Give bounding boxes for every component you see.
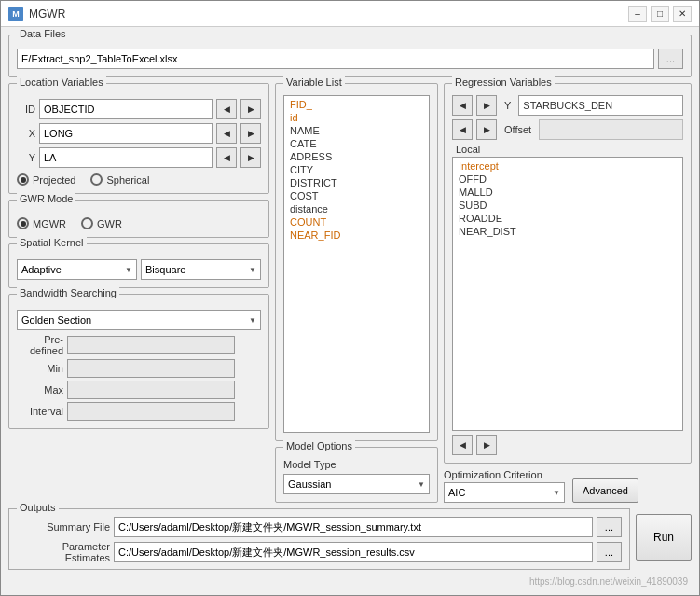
close-button[interactable]: ✕ bbox=[673, 6, 692, 22]
list-item[interactable]: NEAR_FID bbox=[288, 229, 425, 242]
y-row: Y ◀ ▶ bbox=[17, 147, 261, 168]
advanced-button[interactable]: Advanced bbox=[572, 478, 638, 503]
summary-browse-button[interactable]: ... bbox=[597, 517, 622, 537]
bandwidth-dropdown-row: Golden Section ▼ bbox=[17, 310, 261, 330]
kernel-func-value: Bisquare bbox=[145, 264, 185, 275]
predefined-label-row: Pre-defined bbox=[17, 334, 261, 356]
spatial-kernel-dropdowns: Adaptive ▼ Bisquare ▼ bbox=[17, 259, 261, 280]
max-input[interactable] bbox=[67, 381, 235, 399]
list-item[interactable]: NAME bbox=[288, 124, 425, 137]
y-input[interactable] bbox=[39, 147, 213, 168]
summary-file-input[interactable] bbox=[114, 517, 593, 537]
reg-item[interactable]: NEAR_DIST bbox=[457, 225, 679, 238]
y-reg-input[interactable] bbox=[518, 95, 683, 116]
param-estimates-label: Parameter Estimates bbox=[17, 541, 110, 563]
kernel-func-dropdown[interactable]: Bisquare ▼ bbox=[141, 259, 261, 280]
reg-list-next-button[interactable]: ▶ bbox=[476, 435, 497, 455]
list-item[interactable]: COUNT bbox=[288, 215, 425, 229]
x-label: X bbox=[17, 128, 35, 139]
mgwr-radio[interactable]: MGWR bbox=[17, 217, 66, 229]
bandwidth-method-dropdown[interactable]: Golden Section ▼ bbox=[17, 310, 261, 330]
y-reg-prev-button[interactable]: ◀ bbox=[452, 95, 473, 116]
reg-item[interactable]: Intercept bbox=[457, 159, 679, 173]
y-reg-next-button[interactable]: ▶ bbox=[476, 95, 497, 116]
outputs-label: Outputs bbox=[17, 502, 59, 513]
right-panel: Regression Variables ◀ ▶ Y ◀ ▶ Offset Lo… bbox=[444, 83, 692, 503]
list-item[interactable]: id bbox=[288, 111, 425, 124]
optimization-section: Optimization Criterion AIC ▼ Advanced bbox=[444, 469, 692, 503]
id-input[interactable] bbox=[39, 99, 213, 119]
optimization-dropdown[interactable]: AIC ▼ bbox=[444, 482, 565, 503]
gwr-radio-circle bbox=[81, 217, 93, 229]
param-browse-button[interactable]: ... bbox=[597, 542, 622, 562]
list-item[interactable]: FID_ bbox=[288, 98, 425, 111]
spatial-kernel-label: Spatial Kernel bbox=[17, 237, 87, 248]
offset-row: ◀ ▶ Offset bbox=[452, 119, 683, 140]
id-next-button[interactable]: ▶ bbox=[240, 99, 261, 119]
y-next-button[interactable]: ▶ bbox=[240, 147, 261, 168]
middle-panel: Variable List FID_ id NAME CATE ADRESS C… bbox=[275, 83, 438, 503]
offset-next-button[interactable]: ▶ bbox=[476, 119, 497, 140]
reg-item[interactable]: SUBD bbox=[457, 199, 679, 212]
left-panel: Location Variables ID ◀ ▶ X ◀ ▶ Y bbox=[8, 83, 269, 503]
min-row: Min bbox=[17, 359, 261, 378]
reg-item[interactable]: OFFD bbox=[457, 173, 679, 186]
projected-radio[interactable]: Projected bbox=[17, 173, 75, 186]
predefined-input[interactable] bbox=[67, 336, 235, 354]
maximize-button[interactable]: □ bbox=[651, 6, 669, 22]
model-type-dropdown[interactable]: Gaussian ▼ bbox=[283, 474, 430, 494]
model-type-arrow-icon: ▼ bbox=[418, 480, 425, 489]
y-label: Y bbox=[17, 152, 35, 163]
bandwidth-searching-label: Bandwidth Searching bbox=[17, 287, 119, 298]
x-prev-button[interactable]: ◀ bbox=[216, 123, 237, 144]
main-content: Data Files ... Location Variables ID ◀ ▶ bbox=[1, 27, 699, 595]
data-file-input[interactable] bbox=[17, 49, 654, 69]
x-next-button[interactable]: ▶ bbox=[240, 123, 261, 144]
list-item[interactable]: COST bbox=[288, 189, 425, 202]
minimize-button[interactable]: – bbox=[628, 6, 647, 22]
interval-input[interactable] bbox=[67, 402, 235, 421]
summary-row: Summary File ... bbox=[17, 517, 622, 537]
location-variables-label: Location Variables bbox=[17, 76, 106, 88]
local-label: Local bbox=[456, 144, 683, 155]
projection-row: Projected Spherical bbox=[17, 173, 261, 186]
list-item[interactable]: ADRESS bbox=[288, 150, 425, 163]
three-column-layout: Location Variables ID ◀ ▶ X ◀ ▶ Y bbox=[8, 83, 692, 503]
y-prev-button[interactable]: ◀ bbox=[216, 147, 237, 168]
regression-list-box[interactable]: Intercept OFFD MALLD SUBD ROADDE NEAR_DI… bbox=[452, 157, 683, 431]
data-files-row: ... bbox=[17, 49, 683, 69]
interval-label: Interval bbox=[17, 406, 63, 417]
list-item[interactable]: DISTRICT bbox=[288, 176, 425, 189]
list-item[interactable]: distance bbox=[288, 202, 425, 215]
run-button[interactable]: Run bbox=[636, 514, 692, 561]
min-input[interactable] bbox=[67, 359, 235, 378]
reg-item[interactable]: ROADDE bbox=[457, 212, 679, 225]
projected-radio-circle bbox=[17, 173, 29, 186]
list-item[interactable]: CATE bbox=[288, 137, 425, 150]
variable-list-box[interactable]: FID_ id NAME CATE ADRESS CITY DISTRICT C… bbox=[283, 95, 430, 433]
title-bar: M MGWR – □ ✕ bbox=[1, 1, 699, 27]
reg-item[interactable]: MALLD bbox=[457, 186, 679, 199]
param-estimates-input[interactable] bbox=[114, 542, 593, 562]
data-file-browse-button[interactable]: ... bbox=[658, 49, 683, 69]
variable-list-label: Variable List bbox=[283, 76, 345, 88]
kernel-func-arrow-icon: ▼ bbox=[249, 266, 256, 274]
window-controls: – □ ✕ bbox=[628, 6, 692, 22]
predefined-label: Pre-defined bbox=[17, 334, 63, 356]
spherical-radio[interactable]: Spherical bbox=[90, 173, 149, 186]
gwr-radio[interactable]: GWR bbox=[81, 217, 122, 229]
list-item[interactable]: CITY bbox=[288, 163, 425, 176]
kernel-type-dropdown[interactable]: Adaptive ▼ bbox=[17, 259, 137, 280]
reg-list-prev-button[interactable]: ◀ bbox=[452, 435, 473, 455]
model-options-group: Model Options Model Type Gaussian ▼ bbox=[275, 447, 438, 503]
spherical-label: Spherical bbox=[106, 174, 149, 186]
regression-nav-row: ◀ ▶ bbox=[452, 435, 683, 455]
kernel-type-arrow-icon: ▼ bbox=[125, 266, 132, 274]
gwr-mode-label: GWR Mode bbox=[17, 193, 75, 204]
x-input[interactable] bbox=[39, 123, 213, 144]
offset-input[interactable] bbox=[539, 119, 683, 140]
offset-prev-button[interactable]: ◀ bbox=[452, 119, 473, 140]
offset-label: Offset bbox=[504, 124, 531, 135]
main-window: M MGWR – □ ✕ Data Files ... Location Va bbox=[0, 0, 700, 596]
id-prev-button[interactable]: ◀ bbox=[216, 99, 237, 119]
